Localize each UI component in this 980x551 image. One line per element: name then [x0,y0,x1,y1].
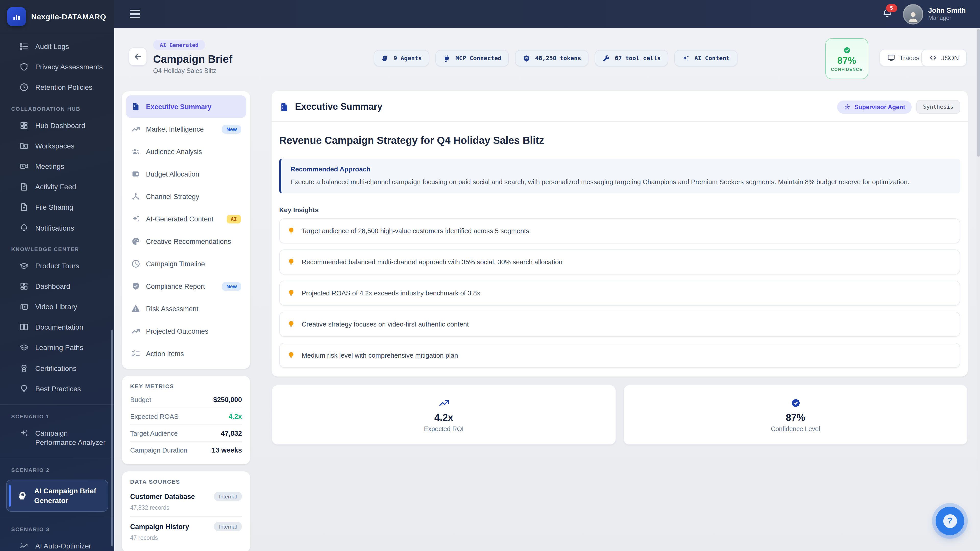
book-open-icon [19,323,29,332]
sidebar-item-label: Hub Dashboard [35,121,85,130]
panel-header: Executive Summary Supervisor Agent Synth… [279,100,960,114]
sidebar-item-activity-feed[interactable]: Activity Feed [0,176,115,197]
json-button[interactable]: JSON [921,49,966,66]
hamburger-menu-button[interactable] [130,10,140,18]
tab-projected-outcomes[interactable]: Projected Outcomes [126,320,246,342]
tab-budget-allocation[interactable]: Budget Allocation [126,163,246,185]
sidebar-item-privacy-assessments[interactable]: Privacy Assessments [0,57,115,77]
sidebar-item-video-library[interactable]: Video Library [0,297,115,317]
tab-campaign-timeline[interactable]: Campaign Timeline [126,252,246,275]
tab-executive-summary[interactable]: Executive Summary [126,95,246,118]
file-doc-filled-icon [131,102,140,111]
sidebar-item-label: Audit Logs [35,42,69,51]
sidebar-divider [0,458,115,458]
tab-action-items[interactable]: Action Items [126,342,246,365]
sidebar-item-product-tours[interactable]: Product Tours [0,256,115,276]
insight-card-2: Recommended balanced multi-channel appro… [279,249,960,275]
tab-compliance-report[interactable]: Compliance ReportNew [126,275,246,297]
badge-check-icon [842,46,851,54]
file-text-icon [19,182,29,191]
page-title: Campaign Brief [153,53,232,65]
sparkles-icon [19,429,29,438]
stat-label: 67 tool calls [615,55,661,62]
section-nav-column: Executive SummaryMarket IntelligenceNewA… [122,91,250,551]
insight-card-5: Medium risk level with comprehensive mit… [279,343,960,368]
share-icon [131,192,140,201]
avatar [903,4,923,24]
graduation-cap-icon [19,261,29,270]
insight-card-3: Projected ROAS of 4.2x exceeds industry … [279,281,960,306]
sparkles-icon [682,54,690,62]
sidebar-item-ai-auto-optimizer[interactable]: AI Auto-Optimizer [0,536,115,551]
nav-item-label: Compliance Report [146,283,205,290]
page-scrollbar-thumb[interactable] [977,29,980,157]
brand-logo-row[interactable]: Nexgile-DATAMARQ [0,0,115,33]
person-icon [906,9,920,23]
sidebar-item-audit-logs[interactable]: Audit Logs [0,36,115,57]
summary-card-label: Confidence Level [771,425,820,432]
palette-icon [131,237,140,246]
sidebar-item-file-sharing[interactable]: File Sharing [0,197,115,218]
sidebar-item-ai-campaign-brief-generator[interactable]: AI Campaign Brief Generator [6,480,108,512]
arrow-left-icon [133,52,142,61]
sidebar-item-label: Campaign Performance Analyzer [35,429,108,447]
sidebar-item-notifications[interactable]: Notifications [0,218,115,238]
ai-head-icon [18,491,27,500]
traces-button[interactable]: Traces [880,49,927,66]
user-menu[interactable]: John Smith Manager [903,4,966,24]
section-nav-panel: Executive SummaryMarket IntelligenceNewA… [122,91,250,369]
grid-icon [19,121,29,130]
tab-ai-generated-content[interactable]: AI-Generated ContentAI [126,208,246,230]
sidebar: Nexgile-DATAMARQ Audit LogsPrivacy Asses… [0,0,115,551]
document-title: Revenue Campaign Strategy for Q4 Holiday… [279,135,960,146]
tab-risk-assessment[interactable]: Risk Assessment [126,297,246,320]
sidebar-item-dashboard[interactable]: Dashboard [0,276,115,297]
video-library-icon [19,302,29,311]
sidebar-item-documentation[interactable]: Documentation [0,317,115,338]
metric-label: Expected ROAS [130,413,178,420]
sidebar-item-workspaces[interactable]: Workspaces [0,136,115,156]
confidence-value: 87% [837,56,856,66]
sidebar-item-learning-paths[interactable]: Learning Paths [0,338,115,358]
json-button-label: JSON [941,54,959,62]
sidebar-item-best-practices[interactable]: Best Practices [0,379,115,399]
callout-title: Recommended Approach [290,165,951,173]
sidebar-item-retention-policies[interactable]: Retention Policies [0,77,115,98]
page-scrollbar-track [977,28,980,551]
sidebar-item-label: Workspaces [35,141,75,151]
stat-pill-48-250-tokens: 48,250 tokens [515,50,589,66]
tab-audience-analysis[interactable]: Audience Analysis [126,140,246,163]
metric-value: $250,000 [213,395,242,403]
user-role: Manager [928,14,966,22]
executive-summary-panel: Executive Summary Supervisor Agent Synth… [272,91,968,376]
data-sources-title: DATA SOURCES [130,478,242,487]
nav-item-label: Audience Analysis [146,148,202,156]
nav-item-label: Risk Assessment [146,305,199,313]
stat-pill-mcp-connected: MCP Connected [436,50,509,66]
bell-icon [19,223,29,232]
trending-up-icon [438,397,449,408]
sidebar-item-label: Activity Feed [35,182,76,191]
sidebar-item-meetings[interactable]: Meetings [0,156,115,176]
nav-item-label: Budget Allocation [146,170,199,178]
traces-button-label: Traces [899,54,920,62]
sidebar-item-label: File Sharing [35,203,73,212]
tab-market-intelligence[interactable]: Market IntelligenceNew [126,118,246,140]
notifications-bell-button[interactable]: 5 [882,8,892,20]
tab-creative-recommendations[interactable]: Creative Recommendations [126,230,246,252]
metric-label: Target Audience [130,429,178,437]
clock-icon [19,83,29,92]
sidebar-item-campaign-performance-analyzer[interactable]: Campaign Performance Analyzer [0,423,115,453]
bulb-filled-icon [287,227,295,235]
tab-channel-strategy[interactable]: Channel Strategy [126,185,246,208]
back-button[interactable] [129,48,147,66]
shield-icon [19,62,29,71]
data-source-customer-database: Customer DatabaseInternal47,832 records [130,487,242,517]
sidebar-item-hub-dashboard[interactable]: Hub Dashboard [0,115,115,135]
metric-value: 4.2x [228,413,242,420]
help-fab-button[interactable]: ? [935,507,964,535]
video-icon [19,162,29,171]
sidebar-scrollbar-thumb[interactable] [111,330,113,546]
grid-icon [19,282,29,291]
sidebar-item-certifications[interactable]: Certifications [0,358,115,378]
